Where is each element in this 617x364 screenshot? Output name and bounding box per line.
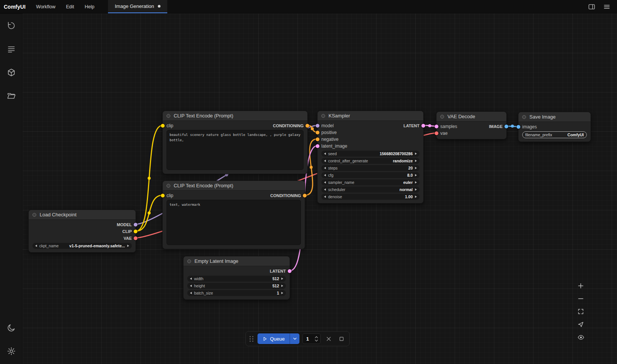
decrement-arrow-icon[interactable] <box>190 285 192 287</box>
prompt-textarea[interactable]: beautiful scenery nature glass bottle la… <box>167 130 304 170</box>
input-port-positive[interactable] <box>316 131 319 134</box>
widget-scheduler[interactable]: scheduler normal <box>321 187 420 193</box>
stop-button[interactable] <box>336 334 346 344</box>
clear-queue-button[interactable] <box>324 334 333 344</box>
prev-value-arrow-icon[interactable] <box>324 188 326 191</box>
next-value-arrow-icon[interactable] <box>415 181 417 184</box>
prompt-textarea[interactable]: text, watermark <box>167 200 301 245</box>
sidebar-model-library-button[interactable] <box>5 66 18 79</box>
input-port-samples[interactable] <box>435 125 438 128</box>
next-value-arrow-icon[interactable] <box>127 245 129 247</box>
zoom-out-button[interactable] <box>575 293 587 304</box>
step-down-icon[interactable] <box>315 339 318 342</box>
widget-height[interactable]: height 512 <box>187 283 286 289</box>
widget-denoise[interactable]: denoise 1.00 <box>321 194 420 200</box>
input-port-images[interactable] <box>517 125 520 129</box>
collapse-toggle[interactable] <box>32 213 36 217</box>
select-mode-button[interactable] <box>575 319 587 330</box>
increment-arrow-icon[interactable] <box>415 153 417 155</box>
sidebar-history-button[interactable] <box>5 19 18 32</box>
node-header[interactable]: Load Checkpoint <box>29 210 136 220</box>
theme-toggle-button[interactable] <box>5 321 18 335</box>
node-header[interactable]: Save Image <box>518 112 591 122</box>
widget-ckpt-name[interactable]: ckpt_name v1-5-pruned-emaonly.safete... <box>32 243 132 249</box>
prev-value-arrow-icon[interactable] <box>324 160 326 162</box>
decrement-arrow-icon[interactable] <box>190 278 192 280</box>
next-value-arrow-icon[interactable] <box>415 160 417 162</box>
menu-workflow[interactable]: Workflow <box>36 4 56 9</box>
hamburger-menu-button[interactable] <box>602 2 612 12</box>
node-header[interactable]: CLIP Text Encode (Prompt) <box>163 181 305 191</box>
node-header[interactable]: VAE Decode <box>437 112 506 122</box>
node-header[interactable]: CLIP Text Encode (Prompt) <box>163 111 307 121</box>
output-port-image[interactable] <box>504 125 508 128</box>
decrement-arrow-icon[interactable] <box>324 153 326 155</box>
node-clip-text-encode-negative[interactable]: CLIP Text Encode (Prompt) clip CONDITION… <box>162 180 305 249</box>
menu-help[interactable]: Help <box>85 4 94 9</box>
decrement-arrow-icon[interactable] <box>324 174 326 176</box>
increment-arrow-icon[interactable] <box>415 174 417 176</box>
decrement-arrow-icon[interactable] <box>190 292 192 294</box>
fit-view-button[interactable] <box>575 306 587 317</box>
input-port-latent-image[interactable] <box>316 144 319 148</box>
widget-sampler-name[interactable]: sampler_name euler <box>321 179 420 185</box>
output-port-clip[interactable] <box>134 230 137 233</box>
output-port-latent[interactable] <box>421 124 425 128</box>
output-port-conditioning[interactable] <box>303 194 307 197</box>
increment-arrow-icon[interactable] <box>281 278 283 280</box>
settings-button[interactable] <box>5 344 18 358</box>
increment-arrow-icon[interactable] <box>281 285 283 287</box>
queue-button[interactable]: Queue <box>258 333 290 344</box>
prev-value-arrow-icon[interactable] <box>35 245 37 247</box>
queue-options-dropdown[interactable] <box>290 333 299 344</box>
node-header[interactable]: Empty Latent Image <box>184 256 290 266</box>
collapse-toggle[interactable] <box>167 114 170 118</box>
zoom-in-button[interactable] <box>575 280 587 292</box>
widget-width[interactable]: width 512 <box>187 276 286 282</box>
collapse-toggle[interactable] <box>522 115 526 119</box>
collapse-toggle[interactable] <box>167 184 170 188</box>
input-port-clip[interactable] <box>161 124 165 128</box>
drag-handle[interactable] <box>249 335 255 342</box>
widget-batch-size[interactable]: batch_size 1 <box>187 290 286 296</box>
increment-arrow-icon[interactable] <box>281 292 283 294</box>
output-port-vae[interactable] <box>134 236 137 240</box>
widget-filename-prefix[interactable]: filename_prefix ComfyUI <box>522 131 587 138</box>
collapse-toggle[interactable] <box>321 114 325 118</box>
output-port-latent[interactable] <box>288 269 292 273</box>
node-clip-text-encode-positive[interactable]: CLIP Text Encode (Prompt) clip CONDITION… <box>162 111 308 174</box>
input-port-clip[interactable] <box>161 194 165 197</box>
node-load-checkpoint[interactable]: Load Checkpoint MODEL CLIP VAE ckpt_name… <box>28 210 136 253</box>
collapse-toggle[interactable] <box>187 259 191 263</box>
next-value-arrow-icon[interactable] <box>415 188 417 191</box>
node-empty-latent-image[interactable]: Empty Latent Image LATENT width 512 heig… <box>183 256 290 300</box>
input-port-vae[interactable] <box>435 131 438 135</box>
increment-arrow-icon[interactable] <box>415 196 417 198</box>
step-up-icon[interactable] <box>315 336 318 338</box>
prev-value-arrow-icon[interactable] <box>324 181 326 184</box>
widget-seed[interactable]: seed 156680208700286 <box>321 151 420 157</box>
output-port-model[interactable] <box>134 223 137 227</box>
sidebar-workflows-button[interactable] <box>5 89 18 103</box>
node-ksampler[interactable]: KSampler model LATENT positive negative … <box>317 111 424 204</box>
widget-steps[interactable]: steps 20 <box>321 165 420 171</box>
panel-toggle-button[interactable] <box>587 2 597 12</box>
workflow-tab[interactable]: Image Generation <box>108 0 167 13</box>
batch-count-input[interactable]: 1 <box>302 333 321 344</box>
widget-control-after-generate[interactable]: control_after_generate randomize <box>321 158 420 164</box>
node-header[interactable]: KSampler <box>318 111 423 121</box>
widget-cfg[interactable]: cfg 8.0 <box>321 172 420 178</box>
menu-edit[interactable]: Edit <box>66 4 74 9</box>
visibility-toggle-button[interactable] <box>575 332 587 343</box>
node-graph-canvas[interactable]: Load Checkpoint MODEL CLIP VAE ckpt_name… <box>23 14 617 364</box>
input-port-negative[interactable] <box>316 137 319 141</box>
node-save-image[interactable]: Save Image images filename_prefix ComfyU… <box>518 112 591 142</box>
increment-arrow-icon[interactable] <box>415 167 417 169</box>
decrement-arrow-icon[interactable] <box>324 167 326 169</box>
collapse-toggle[interactable] <box>440 115 444 119</box>
output-port-conditioning[interactable] <box>305 124 309 128</box>
node-vae-decode[interactable]: VAE Decode samples IMAGE vae <box>436 111 507 139</box>
input-port-model[interactable] <box>316 124 319 128</box>
decrement-arrow-icon[interactable] <box>324 196 326 198</box>
sidebar-node-library-button[interactable] <box>5 42 18 56</box>
